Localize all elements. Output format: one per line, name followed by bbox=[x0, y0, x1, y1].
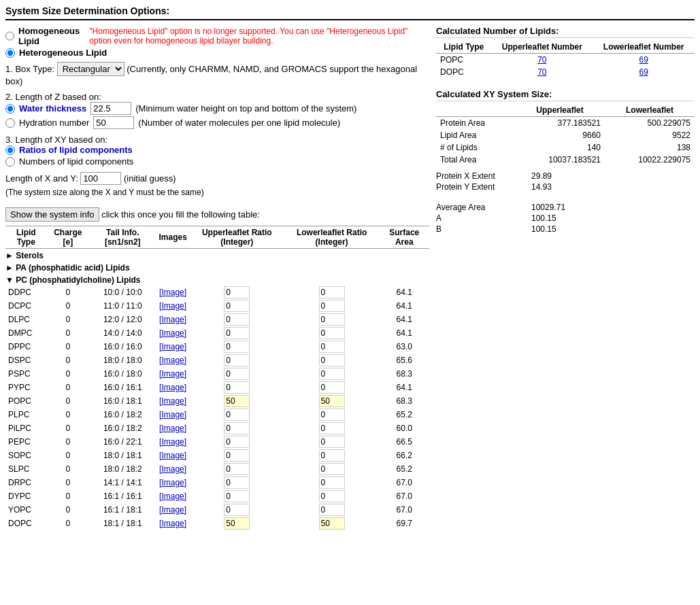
lipid-image[interactable]: [Image] bbox=[156, 421, 189, 435]
lipid-name: PEPC bbox=[5, 435, 47, 449]
lipid-image[interactable]: [Image] bbox=[156, 489, 189, 503]
lipid-image[interactable]: [Image] bbox=[156, 462, 189, 476]
lipid-upper[interactable] bbox=[190, 421, 284, 435]
lipid-upper[interactable] bbox=[190, 313, 284, 326]
lipid-lower[interactable] bbox=[284, 449, 380, 462]
table-row: PSPC 0 16:0 / 18:0 [Image] 68.3 bbox=[5, 367, 429, 381]
box-type-select[interactable]: Rectangular Hexagonal bbox=[57, 62, 124, 76]
lipid-lower[interactable] bbox=[284, 503, 380, 517]
col-lower-ratio: Lowerleaflet Ratio (Integer) bbox=[284, 226, 380, 249]
lipid-lower[interactable] bbox=[284, 340, 380, 353]
xy-upper-header: Upperleaflet bbox=[515, 104, 605, 117]
table-row: PEPC 0 16:0 / 22:1 [Image] 66.5 bbox=[5, 435, 429, 449]
lipid-lower[interactable] bbox=[284, 313, 380, 326]
lipid-image[interactable]: [Image] bbox=[156, 476, 189, 489]
lipid-image[interactable]: [Image] bbox=[156, 381, 189, 394]
lipid-sa: 65.6 bbox=[379, 353, 429, 367]
calc-xy-section: Calculated XY System Size: Upperleaflet … bbox=[436, 89, 695, 234]
lipid-upper[interactable] bbox=[190, 408, 284, 421]
lipid-lower[interactable] bbox=[284, 489, 380, 503]
lipid-lower[interactable] bbox=[284, 462, 380, 476]
lipid-image[interactable]: [Image] bbox=[156, 313, 189, 326]
lipid-lower[interactable] bbox=[284, 326, 380, 340]
lipid-tail: 18:0 / 18:2 bbox=[89, 462, 156, 476]
table-row: PLPC 0 16:0 / 18:2 [Image] 65.2 bbox=[5, 408, 429, 421]
lipid-image[interactable]: [Image] bbox=[156, 353, 189, 367]
numbers-radio[interactable] bbox=[5, 157, 15, 167]
table-row: POPC 0 16:0 / 18:1 [Image] 68.3 bbox=[5, 394, 429, 408]
lipid-name: DYPC bbox=[5, 489, 47, 503]
lipid-name: DCPC bbox=[5, 299, 47, 313]
water-thickness-radio[interactable] bbox=[5, 104, 15, 114]
calc-lipid-type-header: Lipid Type bbox=[436, 41, 491, 54]
lipid-upper[interactable] bbox=[190, 517, 284, 530]
water-thickness-input[interactable] bbox=[90, 102, 131, 115]
lipid-lower[interactable] bbox=[284, 353, 380, 367]
lipid-image[interactable]: [Image] bbox=[156, 340, 189, 353]
lipid-upper[interactable] bbox=[190, 353, 284, 367]
lipid-image[interactable]: [Image] bbox=[156, 408, 189, 421]
table-row: DYPC 0 16:1 / 16:1 [Image] 67.0 bbox=[5, 489, 429, 503]
pa-toggle[interactable]: ► PA (phosphatidic acid) Lipids bbox=[5, 263, 130, 273]
lipid-upper[interactable] bbox=[190, 449, 284, 462]
lipid-image[interactable]: [Image] bbox=[156, 299, 189, 313]
lipid-tail: 14:0 / 14:0 bbox=[89, 326, 156, 340]
lipid-lower[interactable] bbox=[284, 394, 380, 408]
lipid-image[interactable]: [Image] bbox=[156, 326, 189, 340]
lipid-charge: 0 bbox=[47, 476, 89, 489]
lipid-upper[interactable] bbox=[190, 489, 284, 503]
lipid-sa: 66.2 bbox=[379, 449, 429, 462]
lipid-upper[interactable] bbox=[190, 394, 284, 408]
lipid-tail: 18:0 / 18:1 bbox=[89, 449, 156, 462]
hydration-number-radio[interactable] bbox=[5, 118, 15, 128]
pa-section-header: ► PA (phosphatidic acid) Lipids bbox=[5, 261, 429, 273]
lipid-sa: 67.0 bbox=[379, 489, 429, 503]
lipid-lower[interactable] bbox=[284, 408, 380, 421]
lipid-image[interactable]: [Image] bbox=[156, 449, 189, 462]
table-row: DOPC 0 18:1 / 18:1 [Image] 69.7 bbox=[5, 517, 429, 530]
length-xy-row: Length of X and Y: (initial guess) bbox=[5, 172, 429, 185]
lipid-upper[interactable] bbox=[190, 503, 284, 517]
lipid-upper[interactable] bbox=[190, 326, 284, 340]
lipid-lower[interactable] bbox=[284, 286, 380, 299]
lipid-sa: 64.1 bbox=[379, 381, 429, 394]
lipid-image[interactable]: [Image] bbox=[156, 503, 189, 517]
lipid-image[interactable]: [Image] bbox=[156, 517, 189, 530]
calc-xy-row: Lipid Area 9660 9522 bbox=[436, 129, 695, 141]
lipid-charge: 0 bbox=[47, 326, 89, 340]
xy-col1-header bbox=[436, 104, 515, 117]
lipid-name: PiLPC bbox=[5, 421, 47, 435]
lipid-sa: 69.7 bbox=[379, 517, 429, 530]
lipid-lower[interactable] bbox=[284, 381, 380, 394]
lipid-lower[interactable] bbox=[284, 435, 380, 449]
ratios-radio[interactable] bbox=[5, 145, 15, 155]
lipid-upper[interactable] bbox=[190, 299, 284, 313]
lipid-upper[interactable] bbox=[190, 381, 284, 394]
col-tail-info: Tail Info. [sn1/sn2] bbox=[89, 226, 156, 249]
lipid-upper[interactable] bbox=[190, 286, 284, 299]
lipid-upper[interactable] bbox=[190, 340, 284, 353]
hydration-number-input[interactable] bbox=[93, 116, 134, 129]
protein-x-label: Protein X Extent bbox=[436, 171, 518, 181]
heterogeneous-radio[interactable] bbox=[5, 48, 15, 58]
lipid-upper[interactable] bbox=[190, 462, 284, 476]
sterols-toggle[interactable]: ► Sterols bbox=[5, 251, 44, 260]
lipid-upper[interactable] bbox=[190, 367, 284, 381]
lipid-lower[interactable] bbox=[284, 299, 380, 313]
lipid-image[interactable]: [Image] bbox=[156, 435, 189, 449]
lipid-image[interactable]: [Image] bbox=[156, 394, 189, 408]
lipid-upper[interactable] bbox=[190, 435, 284, 449]
show-info-button[interactable]: Show the system info bbox=[5, 207, 99, 222]
pc-toggle[interactable]: ▼ PC (phosphatidylcholine) Lipids bbox=[5, 275, 141, 285]
lipid-image[interactable]: [Image] bbox=[156, 286, 189, 299]
lipid-upper[interactable] bbox=[190, 476, 284, 489]
xy-row-upper: 10037.183521 bbox=[515, 154, 605, 166]
lipid-lower[interactable] bbox=[284, 517, 380, 530]
lipid-lower[interactable] bbox=[284, 421, 380, 435]
lipid-lower[interactable] bbox=[284, 476, 380, 489]
length-xy-input[interactable] bbox=[80, 172, 121, 185]
lipid-lower[interactable] bbox=[284, 367, 380, 381]
lipid-image[interactable]: [Image] bbox=[156, 367, 189, 381]
length-xy-hint: (initial guess) bbox=[124, 173, 176, 184]
homogeneous-radio[interactable] bbox=[5, 31, 14, 41]
